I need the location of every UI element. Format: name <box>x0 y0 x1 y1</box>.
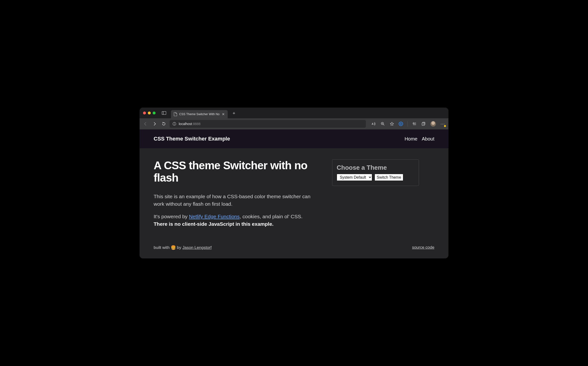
browser-tab[interactable]: CSS Theme Switcher With No ✕ <box>171 110 228 118</box>
page-icon <box>173 112 177 116</box>
theme-card-heading: Choose a Theme <box>337 164 414 171</box>
zoom-icon[interactable] <box>380 122 385 126</box>
new-tab-button[interactable]: ＋ <box>231 110 237 116</box>
footer-by: by <box>176 245 182 250</box>
theme-select[interactable]: System Default <box>337 174 372 181</box>
nav-home-link[interactable]: Home <box>404 136 417 142</box>
close-window-button[interactable] <box>143 112 146 114</box>
browser-toolbar: localhost:8888 A ① ⋯ <box>140 118 448 130</box>
footer-credit: built with 🍔 by Jason Lengstorf <box>154 245 212 250</box>
page-viewport: CSS Theme Switcher Example Home About A … <box>140 130 448 258</box>
url-host: localhost <box>179 122 192 126</box>
theme-switcher-card: Choose a Theme System Default Switch The… <box>332 159 419 186</box>
favorites-star-icon[interactable] <box>390 122 394 126</box>
more-menu-button[interactable]: ⋯ <box>441 121 445 127</box>
p2-lead: It's powered by <box>154 214 189 219</box>
p2-mid: , cookies, and plain ol' CSS. <box>240 214 303 219</box>
password-manager-icon[interactable]: ① <box>399 122 403 126</box>
close-tab-button[interactable]: ✕ <box>221 112 225 116</box>
tab-title: CSS Theme Switcher With No <box>179 113 220 116</box>
svg-line-7 <box>383 124 384 125</box>
tab-strip: CSS Theme Switcher With No ✕ ＋ <box>140 108 448 118</box>
address-bar[interactable]: localhost:8888 <box>169 120 366 128</box>
page-body: A CSS theme Switcher with no flash This … <box>140 148 448 239</box>
window-controls <box>143 112 155 114</box>
url-port: :8888 <box>192 122 200 126</box>
article-paragraph-2: It's powered by Netlify Edge Functions, … <box>154 213 318 228</box>
profile-avatar[interactable] <box>430 121 436 127</box>
source-code-link[interactable]: source code <box>412 245 434 250</box>
minimize-window-button[interactable] <box>148 112 151 114</box>
tab-overview-button[interactable] <box>161 110 167 116</box>
author-link[interactable]: Jason Lengstorf <box>182 245 212 250</box>
read-aloud-icon[interactable]: A <box>371 122 376 126</box>
theme-controls: System Default Switch Theme <box>337 174 414 181</box>
browser-window: CSS Theme Switcher With No ✕ ＋ localhost… <box>140 108 448 258</box>
svg-point-3 <box>174 123 175 123</box>
svg-rect-0 <box>162 112 166 115</box>
reload-button[interactable] <box>161 122 166 126</box>
site-header: CSS Theme Switcher Example Home About <box>140 130 448 148</box>
switch-theme-button[interactable]: Switch Theme <box>375 174 403 181</box>
back-button[interactable] <box>143 122 148 126</box>
toolbar-right: A ① ⋯ <box>371 121 445 127</box>
site-info-icon[interactable] <box>172 122 176 126</box>
site-title: CSS Theme Switcher Example <box>154 136 230 142</box>
nav-buttons <box>143 122 166 126</box>
url-text: localhost:8888 <box>179 122 200 126</box>
forward-button[interactable] <box>152 122 157 126</box>
favorites-list-icon[interactable] <box>412 122 417 126</box>
svg-rect-4 <box>174 124 174 125</box>
nav-about-link[interactable]: About <box>422 136 434 142</box>
burger-icon: 🍔 <box>171 245 176 250</box>
maximize-window-button[interactable] <box>153 112 155 114</box>
p2-strong: There is no client-side JavaScript in th… <box>154 221 273 227</box>
toolbar-separator <box>407 121 408 127</box>
footer-built-lead: built with <box>154 245 171 250</box>
article-heading: A CSS theme Switcher with no flash <box>154 159 318 184</box>
svg-text:A: A <box>372 123 373 125</box>
site-footer: built with 🍔 by Jason Lengstorf source c… <box>140 239 448 258</box>
article-paragraph-1: This site is an example of how a CSS-bas… <box>154 193 318 208</box>
site-nav: Home About <box>404 136 434 142</box>
collections-icon[interactable] <box>421 122 426 126</box>
netlify-edge-link[interactable]: Netlify Edge Functions <box>189 214 240 219</box>
main-article: A CSS theme Switcher with no flash This … <box>154 159 318 233</box>
